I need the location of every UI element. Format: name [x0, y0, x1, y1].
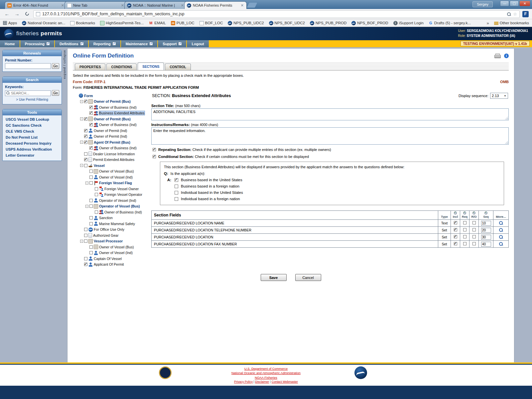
tree-node[interactable]: - Foreign Vessel Flag [73, 180, 150, 186]
ro-checkbox[interactable] [472, 235, 476, 238]
instructions-input[interactable]: Enter the requested information. [151, 127, 509, 145]
tree-checkbox[interactable] [89, 111, 93, 115]
bookmark-item[interactable]: BOF_LOC [200, 21, 223, 25]
footer-link[interactable]: Disclaimer [255, 380, 269, 383]
tab-sections[interactable]: SECTIONS [138, 63, 164, 70]
tree-checkbox[interactable] [84, 234, 87, 237]
tool-link[interactable]: USCG Vessel DB Lookup [3, 116, 62, 122]
bookmark-item[interactable]: NPS_BOF_UDC2 [269, 21, 305, 25]
tree-checkbox[interactable] [89, 204, 93, 208]
save-button[interactable]: Save [261, 274, 287, 281]
bookmark-item[interactable]: GDrafts (5) - sergey.k... [429, 21, 471, 25]
search-input[interactable] [5, 90, 51, 96]
cancel-button[interactable]: Cancel [295, 274, 321, 281]
answer-checkbox[interactable] [175, 191, 178, 195]
tree-node[interactable]: Permit Extended Attributes [73, 157, 150, 163]
tree-node[interactable]: Owner of Vessel (Bus) [73, 244, 150, 250]
omb-link[interactable]: OMB [500, 80, 509, 84]
magnifier-icon[interactable] [499, 242, 503, 246]
tree-node[interactable]: Owner of Permit (Ind) [73, 134, 150, 140]
tree-checkbox[interactable] [89, 181, 93, 185]
tree-checkbox[interactable] [95, 193, 98, 196]
tree-node[interactable]: Captain Of Vessel [73, 256, 150, 262]
section-title-input[interactable]: ADDITIONAL FACILITIES [151, 108, 509, 120]
tool-link[interactable]: Letter Generator [3, 152, 62, 158]
maximize-button[interactable]: ▢ [510, 1, 519, 6]
bookmark-item[interactable]: NPS_BOF_PROD [351, 21, 388, 25]
browser-tab[interactable]: NOAA :: National Marine | ✕ [124, 1, 187, 9]
tree-node[interactable]: Owner of Business (Ind) [73, 145, 150, 151]
tree-node[interactable]: Dealer License Information [73, 151, 150, 157]
tree-checkbox[interactable] [84, 100, 87, 103]
seq-input[interactable] [481, 235, 491, 240]
bookmark-item[interactable]: iiSupport Login [393, 21, 424, 25]
tool-link[interactable]: USPS Address Verification [3, 146, 62, 152]
tree-node[interactable]: For Office Use Only [73, 227, 150, 233]
footer-link[interactable]: U.S. Department of Commerce [244, 367, 288, 370]
tree-checkbox[interactable] [84, 129, 87, 132]
collapse-icon[interactable]: - [85, 205, 88, 208]
tree-node[interactable]: - Vessel [73, 163, 150, 169]
bookmark-item[interactable]: NPS_PUB_UDC2 [228, 21, 264, 25]
incl-checkbox[interactable] [454, 242, 457, 245]
forward-button[interactable]: → [13, 10, 21, 18]
tree-checkbox[interactable] [84, 117, 87, 121]
tree-node[interactable]: Authorized Gear [73, 232, 150, 238]
footer-link[interactable]: NOAA Fisheries [255, 376, 277, 379]
tree-checkbox[interactable] [95, 187, 98, 191]
address-bar[interactable]: 127.0.0.1:7101/NPS_BOF/bof_form_def/nps_… [33, 10, 520, 18]
display-sequence-select[interactable]: 2.13▼ [490, 93, 508, 99]
tree-node[interactable]: Owner of Vessel (Ind) [73, 174, 150, 180]
incl-checkbox[interactable] [454, 221, 457, 224]
resize-handle[interactable] [505, 117, 508, 120]
tree-checkbox[interactable] [89, 216, 93, 219]
bookmark-item[interactable]: National Oceanic an... [22, 21, 65, 25]
tree-checkbox[interactable] [84, 158, 87, 161]
ro-checkbox[interactable] [472, 228, 476, 231]
column-toggle-icon[interactable] [484, 211, 487, 214]
collapse-icon[interactable]: - [80, 141, 83, 144]
tree-node[interactable]: Business Extended Attributes [73, 110, 150, 116]
tree-node[interactable]: Owner of Business (Ind) [73, 209, 150, 215]
tree-node[interactable]: Foreign Vessel Owner [73, 186, 150, 192]
tab-close-icon[interactable]: ✕ [61, 3, 65, 8]
magnifier-icon[interactable] [499, 228, 503, 232]
tab-conditions[interactable]: CONDITIONS [106, 64, 137, 70]
close-button[interactable]: ✕ [519, 1, 530, 6]
tree-checkbox[interactable] [89, 222, 93, 225]
collapse-icon[interactable]: - [85, 182, 88, 185]
tree-node[interactable]: - Vessel Processor [73, 238, 150, 244]
tree-node[interactable]: - Owner of Permit (Bus) [73, 116, 150, 122]
tree-node[interactable]: - Owner of Permit (Bus) [73, 99, 150, 105]
expand-collapse-strip[interactable]: expand / collapse [63, 50, 66, 79]
nav-item-support[interactable]: Support [158, 40, 186, 47]
tree-checkbox[interactable] [89, 199, 93, 202]
tree-checkbox[interactable] [89, 146, 93, 150]
magnifier-icon[interactable] [499, 235, 503, 239]
tree-node[interactable]: Owner of Vessel (Bus) [73, 169, 150, 175]
tree-checkbox[interactable] [84, 152, 87, 156]
minimize-button[interactable]: — [500, 1, 509, 6]
tree-node[interactable]: Owner of Business (Ind) [73, 122, 150, 128]
nav-item-home[interactable]: Home [0, 40, 20, 47]
bookmark-item[interactable]: Bookmarks [70, 21, 95, 25]
other-bookmarks[interactable]: Other bookmarks [494, 21, 529, 25]
tree-checkbox[interactable] [95, 210, 98, 214]
bookmark-star-icon[interactable]: ☆ [513, 12, 517, 17]
tab-control[interactable]: CONTROL [165, 64, 191, 70]
browser-tab[interactable]: New Tab ✕ [65, 1, 127, 9]
tab-close-icon[interactable]: ✕ [181, 3, 184, 8]
tree-node[interactable]: Sanction [73, 215, 150, 221]
tree-node[interactable]: Operator of Vessel (Ind) [73, 198, 150, 203]
tree-node[interactable]: Form [73, 93, 150, 99]
req-checkbox[interactable] [463, 228, 466, 231]
browser-tab[interactable]: NOAA Fisheries Permits ✕ [184, 1, 247, 9]
tree-node[interactable]: Owner of Business (Ind) [73, 104, 150, 110]
bookmark-item[interactable]: 26PUB_LOC [171, 21, 195, 25]
conditional-section-checkbox[interactable] [153, 155, 156, 158]
incl-checkbox[interactable] [454, 228, 457, 231]
nav-item-reporting[interactable]: Reporting [89, 40, 120, 47]
ro-checkbox[interactable] [472, 242, 476, 245]
search-go-button[interactable]: Go [52, 90, 59, 96]
bookmark-item[interactable]: Apps [3, 21, 17, 25]
